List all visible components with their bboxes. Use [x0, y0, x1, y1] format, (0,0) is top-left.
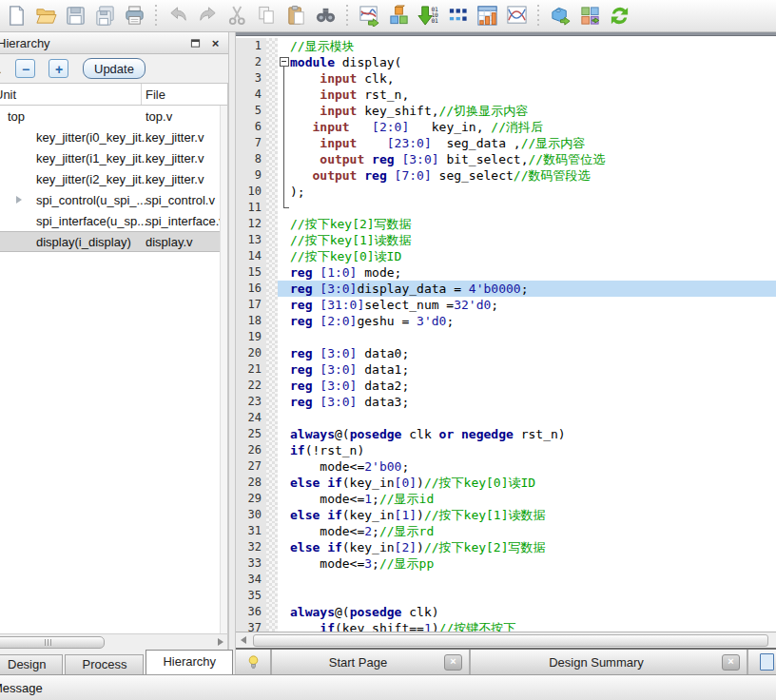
print-button[interactable] [120, 3, 149, 29]
code-line-6[interactable]: 6 input [2:0] key_in, //消抖后 [236, 119, 776, 135]
tree-row-spi_interface-u_sp-[interactable]: spi_interface(u_sp...spi_interface.v [0, 210, 227, 231]
collapse-all-button[interactable]: − [15, 59, 35, 78]
save-button[interactable] [61, 3, 90, 29]
editor-hscrollbar[interactable] [236, 632, 776, 648]
line-number: 4 [236, 87, 266, 103]
code-line-7[interactable]: 7 input [23:0] seg_data ,//显示内容 [236, 135, 776, 151]
document-tab-start-page[interactable]: Start Page× [272, 650, 471, 674]
code-line-20[interactable]: 20reg [3:0] data0; [236, 345, 776, 361]
code-line-33[interactable]: 33 mode<=3;//显示pp [236, 555, 776, 572]
line-number: 30 [236, 507, 266, 523]
panel-tab-design[interactable]: Design [0, 654, 63, 674]
refresh-button[interactable] [605, 3, 634, 29]
code-line-18[interactable]: 18reg [2:0]geshu = 3'd0; [236, 313, 776, 329]
analyze-chart-button[interactable] [355, 3, 384, 29]
column-header-file[interactable]: File [146, 88, 165, 102]
tree-row-key_jitter-i0_key_jit-[interactable]: key_jitter(i0_key_jit...key_jitter.v [0, 126, 227, 147]
code-line-9[interactable]: 9 output reg [7:0] seg_select//数码管段选 [236, 167, 776, 184]
panel-tab-process[interactable]: Process [65, 654, 144, 674]
program-brick-button[interactable] [546, 3, 575, 29]
code-line-22[interactable]: 22reg [3:0] data2; [236, 378, 776, 394]
editor-hscrollbar-left-arrow-icon[interactable] [241, 636, 246, 644]
panel-splitter[interactable] [228, 32, 236, 674]
code-line-16[interactable]: 16reg [3:0]display_data = 4'b0000; [236, 281, 776, 297]
hscrollbar-thumb[interactable] [0, 636, 105, 649]
expand-all-button[interactable]: + [48, 59, 68, 78]
code-line-35[interactable]: 35 [236, 588, 776, 604]
code-line-19[interactable]: 19 [236, 329, 776, 345]
tab-close-button[interactable]: × [722, 654, 740, 671]
document-tab-design-summary[interactable]: Design Summary× [471, 650, 748, 674]
close-panel-button[interactable]: × [207, 36, 223, 50]
code-line-21[interactable]: 21reg [3:0] data1; [236, 361, 776, 378]
expand-arrow-icon[interactable] [16, 196, 22, 204]
document-tab-partial[interactable] [748, 650, 776, 674]
synthesize-cubes-button[interactable] [384, 3, 414, 29]
undo-button[interactable] [164, 3, 193, 29]
close-icon: × [212, 37, 220, 49]
redo-button[interactable] [193, 3, 223, 29]
code-line-28[interactable]: 28else if(key_in[0])//按下key[0]读ID [236, 475, 776, 491]
paste-button[interactable] [281, 3, 311, 29]
code-line-31[interactable]: 31 mode<=2;//显示rd [236, 523, 776, 539]
tree-row-top[interactable]: toptop.v [0, 106, 227, 126]
code-line-26[interactable]: 26if(!rst_n) [236, 442, 776, 458]
code-line-30[interactable]: 30else if(key_in[1])//按下key[1]读数据 [236, 507, 776, 523]
editor-margin [266, 151, 278, 167]
code-line-13[interactable]: 13//按下key[1]读数据 [236, 232, 776, 248]
code-line-37[interactable]: 37 if(key_shift==1)//按键不按下 [236, 620, 776, 632]
code-line-15[interactable]: 15reg [1:0] mode; [236, 264, 776, 281]
code-line-12[interactable]: 12//按下key[2]写数据 [236, 216, 776, 232]
code-line-10[interactable]: 10); [236, 184, 776, 200]
cut-button[interactable] [223, 3, 252, 29]
tab-close-button[interactable]: × [444, 654, 462, 671]
code-line-8[interactable]: 8 output reg [3:0] bit_select,//数码管位选 [236, 151, 776, 167]
code-text: mode<=1;//显示id [290, 491, 776, 507]
code-line-11[interactable]: 11 [236, 200, 776, 216]
panel-tab-hierarchy[interactable]: Hierarchy [146, 650, 233, 674]
code-line-32[interactable]: 32else if(key_in[2])//按下key[2]写数据 [236, 539, 776, 555]
hierarchy-hscrollbar[interactable] [0, 633, 228, 650]
float-panel-button[interactable] [187, 36, 204, 50]
tree-row-key_jitter-i2_key_jit-[interactable]: key_jitter(i2_key_jit...key_jitter.v [0, 168, 227, 189]
place-dots-button[interactable] [443, 3, 473, 29]
code-line-2[interactable]: 2module display( [236, 54, 776, 70]
new-file-button[interactable] [2, 3, 31, 29]
line-number: 9 [236, 167, 266, 184]
hscrollbar-right-arrow-icon[interactable] [218, 638, 223, 646]
tree-row-key_jitter-i1_key_jit-[interactable]: key_jitter(i1_key_jit...key_jitter.v [0, 147, 227, 168]
editor-hscrollbar-thumb[interactable] [253, 634, 768, 647]
code-line-14[interactable]: 14//按下key[0]读ID [236, 248, 776, 264]
code-line-27[interactable]: 27 mode<=2'b00; [236, 458, 776, 475]
fold-collapse-icon[interactable] [278, 54, 290, 70]
design-summary-table-button[interactable] [473, 3, 502, 29]
code-text: mode<=2;//显示rd [290, 523, 776, 539]
code-line-17[interactable]: 17reg [31:0]select_num =32'd0; [236, 297, 776, 313]
copy-button[interactable] [252, 3, 281, 29]
fold-margin [278, 87, 290, 103]
block-squares-button[interactable] [575, 3, 605, 29]
search-icon[interactable] [0, 61, 2, 76]
find-button[interactable] [311, 3, 340, 29]
column-header-unit[interactable]: Unit [0, 88, 16, 102]
code-line-3[interactable]: 3 input clk, [236, 70, 776, 87]
code-line-5[interactable]: 5 input key_shift,//切换显示内容 [236, 103, 776, 119]
code-line-24[interactable]: 24 [236, 410, 776, 426]
implement-arrow-button[interactable]: 011001 [414, 3, 443, 29]
ide-window: 011001 Hierarchy × − + Update [0, 0, 776, 700]
line-number: 25 [236, 426, 266, 442]
code-line-23[interactable]: 23reg [3:0] data3; [236, 394, 776, 410]
save-all-button[interactable] [90, 3, 120, 29]
update-button[interactable]: Update [83, 58, 146, 79]
code-line-4[interactable]: 4 input rst_n, [236, 87, 776, 103]
tree-row-display-i_display-[interactable]: display(i_display)display.v [0, 231, 227, 252]
code-line-36[interactable]: 36always@(posedge clk) [236, 604, 776, 620]
code-line-1[interactable]: 1//显示模块 [236, 38, 776, 54]
timing-chart-button[interactable] [502, 3, 532, 29]
open-folder-button[interactable] [31, 3, 61, 29]
code-line-29[interactable]: 29 mode<=1;//显示id [236, 491, 776, 507]
code-line-25[interactable]: 25always@(posedge clk or negedge rst_n) [236, 426, 776, 442]
tree-row-spi_control-u_spi_-[interactable]: spi_control(u_spi_...spi_control.v [0, 189, 227, 210]
code-area[interactable]: 1//显示模块2module display(3 input clk,4 inp… [236, 36, 776, 632]
code-line-34[interactable]: 34 [236, 572, 776, 588]
